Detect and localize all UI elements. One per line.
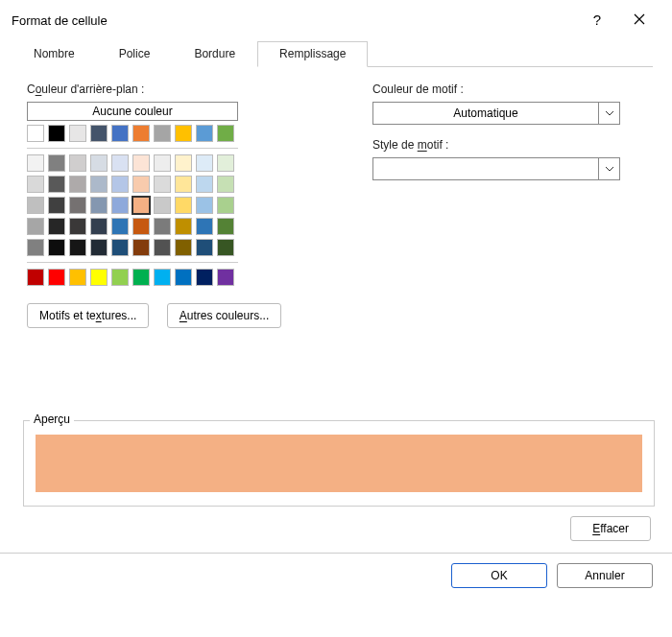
color-swatch[interactable] xyxy=(217,269,234,286)
color-swatch[interactable] xyxy=(132,269,150,286)
tab-number[interactable]: Nombre xyxy=(12,41,97,67)
color-swatch[interactable] xyxy=(90,218,108,235)
color-swatch[interactable] xyxy=(69,218,86,235)
more-colors-button[interactable]: Autres couleurs... xyxy=(167,303,281,328)
pattern-style-label: Style de motif : xyxy=(372,138,655,152)
cancel-button[interactable]: Annuler xyxy=(557,563,653,588)
color-swatch[interactable] xyxy=(111,154,129,172)
color-swatch[interactable] xyxy=(217,218,234,235)
color-swatch[interactable] xyxy=(132,176,150,193)
color-swatch[interactable] xyxy=(154,125,171,142)
preview-group: Aperçu xyxy=(23,420,655,507)
color-swatch[interactable] xyxy=(175,218,192,235)
clear-button[interactable]: Effacer xyxy=(570,516,651,541)
color-swatch[interactable] xyxy=(48,218,65,235)
color-swatch[interactable] xyxy=(132,239,150,256)
pattern-color-chevron[interactable] xyxy=(598,103,619,124)
color-swatch[interactable] xyxy=(196,125,213,142)
color-swatch[interactable] xyxy=(154,176,171,193)
color-swatch[interactable] xyxy=(27,125,44,142)
color-swatch[interactable] xyxy=(90,125,108,142)
color-swatch[interactable] xyxy=(111,125,129,142)
color-swatch[interactable] xyxy=(90,269,108,286)
color-swatch[interactable] xyxy=(27,269,44,286)
color-swatch[interactable] xyxy=(69,269,86,286)
color-swatch[interactable] xyxy=(27,176,44,193)
tab-border[interactable]: Bordure xyxy=(172,41,257,67)
color-swatch[interactable] xyxy=(175,154,192,172)
color-swatch[interactable] xyxy=(48,239,65,256)
color-swatch[interactable] xyxy=(175,239,192,256)
color-swatch[interactable] xyxy=(217,239,234,256)
chevron-down-icon xyxy=(605,164,614,174)
color-swatch[interactable] xyxy=(196,239,213,256)
color-swatch[interactable] xyxy=(196,218,213,235)
pattern-style-dropdown[interactable] xyxy=(372,157,620,180)
color-swatch[interactable] xyxy=(175,269,192,286)
color-swatch[interactable] xyxy=(196,269,213,286)
tab-font[interactable]: Police xyxy=(97,41,173,67)
close-icon xyxy=(634,13,645,25)
preview-label: Aperçu xyxy=(30,413,74,426)
color-swatch[interactable] xyxy=(132,154,150,172)
color-swatch[interactable] xyxy=(175,197,192,214)
pattern-style-value xyxy=(373,158,598,179)
color-swatch[interactable] xyxy=(196,197,213,214)
color-swatch[interactable] xyxy=(217,176,234,193)
color-swatch[interactable] xyxy=(217,154,234,172)
no-color-button[interactable]: Aucune couleur xyxy=(27,102,238,121)
separator xyxy=(0,553,672,554)
pattern-style-chevron[interactable] xyxy=(598,158,619,179)
color-swatch[interactable] xyxy=(90,154,108,172)
color-swatch[interactable] xyxy=(69,176,86,193)
tab-fill[interactable]: Remplissage xyxy=(257,41,368,67)
color-swatch[interactable] xyxy=(217,197,234,214)
color-swatch[interactable] xyxy=(69,125,86,142)
color-swatch[interactable] xyxy=(132,218,150,235)
color-swatch[interactable] xyxy=(90,176,108,193)
color-palette xyxy=(27,125,344,286)
color-swatch[interactable] xyxy=(90,239,108,256)
color-swatch[interactable] xyxy=(196,154,213,172)
help-button[interactable]: ? xyxy=(576,6,618,35)
color-swatch[interactable] xyxy=(111,269,129,286)
color-swatch[interactable] xyxy=(175,176,192,193)
color-swatch[interactable] xyxy=(154,218,171,235)
color-swatch[interactable] xyxy=(48,125,65,142)
color-swatch[interactable] xyxy=(132,125,150,142)
color-swatch[interactable] xyxy=(111,218,129,235)
color-swatch[interactable] xyxy=(48,176,65,193)
color-swatch[interactable] xyxy=(27,197,44,214)
pattern-color-dropdown[interactable]: Automatique xyxy=(372,102,620,125)
color-swatch[interactable] xyxy=(111,239,129,256)
color-swatch[interactable] xyxy=(196,176,213,193)
pattern-color-value: Automatique xyxy=(373,103,598,124)
pattern-color-label: Couleur de motif : xyxy=(372,83,655,96)
ok-button[interactable]: OK xyxy=(451,563,547,588)
color-swatch[interactable] xyxy=(69,154,86,172)
preview-box xyxy=(36,435,642,492)
color-swatch[interactable] xyxy=(27,218,44,235)
chevron-down-icon xyxy=(605,108,614,118)
color-swatch[interactable] xyxy=(154,197,171,214)
color-swatch[interactable] xyxy=(69,197,86,214)
color-swatch[interactable] xyxy=(48,154,65,172)
color-swatch[interactable] xyxy=(175,125,192,142)
color-swatch[interactable] xyxy=(111,197,129,214)
window-title: Format de cellule xyxy=(12,13,576,28)
color-swatch[interactable] xyxy=(111,176,129,193)
color-swatch[interactable] xyxy=(154,154,171,172)
fill-effects-button[interactable]: Motifs et textures... xyxy=(27,303,149,328)
color-swatch[interactable] xyxy=(27,239,44,256)
color-swatch[interactable] xyxy=(217,125,234,142)
color-swatch[interactable] xyxy=(48,269,65,286)
color-swatch[interactable] xyxy=(69,239,86,256)
color-swatch[interactable] xyxy=(27,154,44,172)
color-swatch[interactable] xyxy=(132,197,150,214)
close-button[interactable] xyxy=(618,6,660,35)
color-swatch[interactable] xyxy=(154,239,171,256)
color-swatch[interactable] xyxy=(48,197,65,214)
color-swatch[interactable] xyxy=(90,197,108,214)
tabs: Nombre Police Bordure Remplissage xyxy=(12,40,653,67)
color-swatch[interactable] xyxy=(154,269,171,286)
